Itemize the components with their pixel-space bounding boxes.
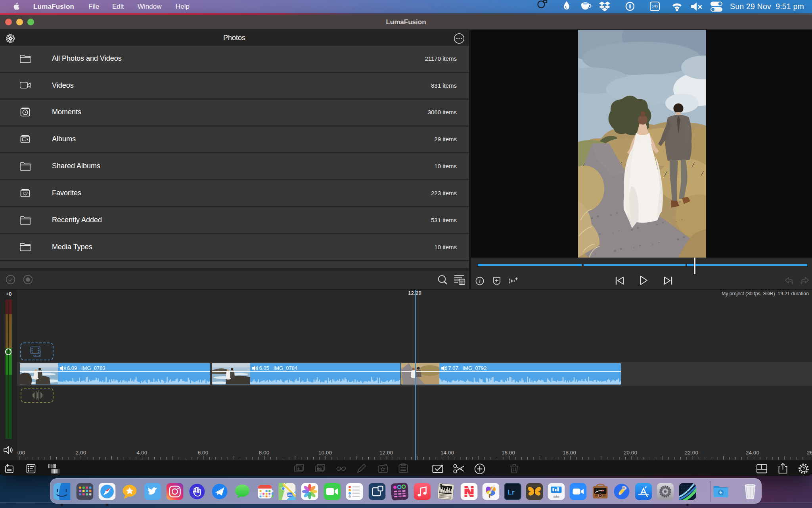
svg-text:280: 280 <box>287 493 292 496</box>
svg-text:29: 29 <box>652 4 657 10</box>
svg-text:T: T <box>440 484 442 486</box>
svg-text:Lr: Lr <box>508 489 515 496</box>
svg-text:?: ? <box>802 467 805 471</box>
svg-text:i: i <box>479 278 481 284</box>
